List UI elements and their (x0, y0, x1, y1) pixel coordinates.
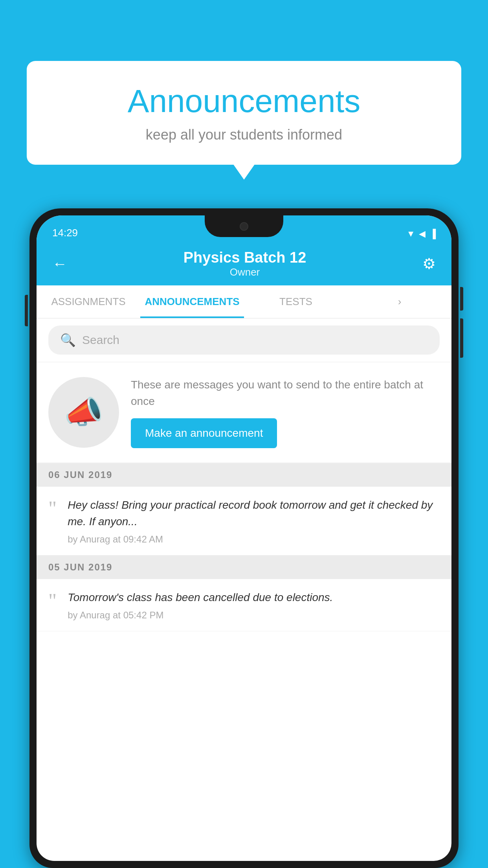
tab-tests[interactable]: TESTS (244, 285, 348, 318)
content-area: 🔍 Search 📣 These are messages you want t… (37, 318, 451, 631)
tab-assignments[interactable]: ASSIGNMENTS (37, 285, 140, 318)
speech-bubble-container: Announcements keep all your students inf… (27, 61, 461, 165)
search-placeholder: Search (82, 333, 119, 347)
search-container: 🔍 Search (37, 318, 451, 362)
settings-button[interactable]: ⚙ (422, 255, 436, 272)
announcement-text-2: Tomorrow's class has been cancelled due … (68, 589, 440, 606)
power-button-lower (460, 318, 463, 358)
quote-icon-1: " (48, 498, 57, 519)
power-button (460, 287, 463, 311)
signal-icon: ◀ (419, 229, 426, 239)
status-icons: ▼ ◀ ▐ (407, 229, 436, 239)
announcement-content-1: Hey class! Bring your practical record b… (68, 497, 440, 545)
announcement-item-2[interactable]: " Tomorrow's class has been cancelled du… (37, 579, 451, 631)
phone-screen: 14:29 ▼ ◀ ▐ ← Physics Batch 12 Owner ⚙ A… (37, 215, 451, 861)
promo-section: 📣 These are messages you want to send to… (37, 362, 451, 462)
announcement-item-1[interactable]: " Hey class! Bring your practical record… (37, 487, 451, 555)
bubble-title: Announcements (50, 83, 438, 120)
date-label-2: 05 JUN 2019 (48, 562, 112, 573)
search-box[interactable]: 🔍 Search (48, 326, 440, 355)
announcement-meta-1: by Anurag at 09:42 AM (68, 534, 440, 545)
announcement-text-1: Hey class! Bring your practical record b… (68, 497, 440, 530)
quote-icon-2: " (48, 591, 57, 611)
phone-frame: 14:29 ▼ ◀ ▐ ← Physics Batch 12 Owner ⚙ A… (29, 208, 459, 868)
date-label-1: 06 JUN 2019 (48, 469, 112, 480)
tabs-bar: ASSIGNMENTS ANNOUNCEMENTS TESTS › (37, 285, 451, 318)
bubble-subtitle: keep all your students informed (50, 127, 438, 143)
camera-dot (240, 222, 248, 231)
speech-bubble: Announcements keep all your students inf… (27, 61, 461, 165)
tab-announcements[interactable]: ANNOUNCEMENTS (140, 285, 244, 318)
promo-description: These are messages you want to send to t… (131, 377, 440, 410)
app-header: ← Physics Batch 12 Owner ⚙ (37, 242, 451, 285)
megaphone-icon: 📣 (64, 394, 103, 431)
search-icon: 🔍 (60, 333, 76, 348)
tab-more[interactable]: › (348, 285, 451, 318)
header-title: Physics Batch 12 (67, 249, 422, 266)
make-announcement-button[interactable]: Make an announcement (131, 418, 277, 448)
back-button[interactable]: ← (52, 256, 67, 272)
header-center: Physics Batch 12 Owner (67, 249, 422, 278)
promo-content: These are messages you want to send to t… (131, 377, 440, 448)
date-separator-2: 05 JUN 2019 (37, 555, 451, 579)
promo-icon-circle: 📣 (48, 377, 119, 448)
date-separator-1: 06 JUN 2019 (37, 463, 451, 487)
phone-notch (205, 215, 283, 237)
volume-button (25, 295, 28, 326)
wifi-icon: ▼ (407, 229, 415, 239)
header-subtitle: Owner (67, 266, 422, 278)
announcement-meta-2: by Anurag at 05:42 PM (68, 610, 440, 621)
announcement-content-2: Tomorrow's class has been cancelled due … (68, 589, 440, 621)
battery-icon: ▐ (429, 229, 436, 239)
